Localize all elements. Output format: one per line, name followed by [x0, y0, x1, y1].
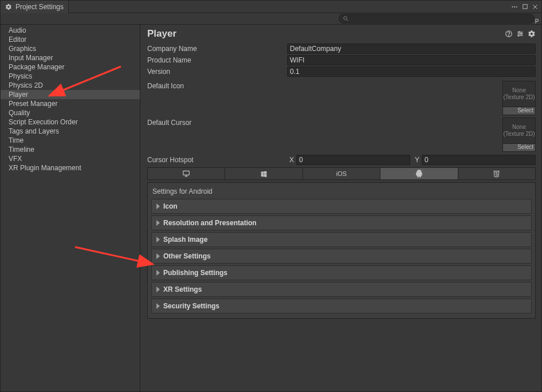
fold-icon[interactable]: Icon — [151, 199, 532, 214]
sidebar-item-editor[interactable]: Editor — [1, 35, 140, 44]
sidebar-item-graphics[interactable]: Graphics — [1, 44, 140, 53]
chevron-right-icon — [156, 220, 160, 226]
sidebar-item-tags-and-layers[interactable]: Tags and Layers — [1, 127, 140, 136]
basic-form: Company Name Product Name Version — [140, 42, 541, 79]
version-input[interactable] — [287, 66, 536, 77]
settings-sliders-icon[interactable] — [516, 30, 524, 38]
svg-point-13 — [519, 32, 520, 33]
hotspot-y-label: Y — [413, 156, 419, 164]
platform-tab-standalone[interactable] — [148, 168, 225, 179]
svg-point-6 — [344, 17, 347, 19]
fold-icon-label: Icon — [163, 202, 178, 210]
svg-point-0 — [512, 6, 513, 7]
platform-tab-webgl[interactable] — [458, 168, 535, 179]
product-name-input[interactable] — [287, 55, 536, 65]
fold-resolution-and-presentation[interactable]: Resolution and Presentation — [151, 215, 532, 230]
sidebar-item-timeline[interactable]: Timeline — [1, 145, 140, 154]
search-icon — [343, 15, 349, 22]
sidebar-item-package-manager[interactable]: Package Manager — [1, 62, 140, 72]
sidebar-item-vfx[interactable]: VFX — [1, 154, 140, 163]
sidebar-item-script-execution-order[interactable]: Script Execution Order — [1, 117, 140, 127]
default-icon-select-button[interactable]: Select — [502, 107, 536, 115]
fold-resolution-label: Resolution and Presentation — [163, 219, 257, 227]
sidebar-item-xr-plugin-management[interactable]: XR Plugin Management — [1, 163, 140, 173]
sidebar-item-quality[interactable]: Quality — [1, 108, 140, 117]
sidebar-item-audio[interactable]: Audio — [1, 26, 140, 35]
sidebar-item-player[interactable]: Player — [1, 90, 140, 99]
sidebar-item-physics[interactable]: Physics — [1, 72, 140, 81]
player-settings-content: Player Company Name — [140, 25, 541, 391]
fold-publishing-label: Publishing Settings — [163, 269, 227, 277]
fold-publishing-settings[interactable]: Publishing Settings — [151, 265, 532, 280]
default-icon-dropzone[interactable]: None (Texture 2D) — [502, 81, 536, 107]
settings-category-sidebar: Audio Editor Graphics Input Manager Pack… — [1, 25, 140, 391]
kebab-menu-icon[interactable] — [510, 3, 519, 11]
sidebar-item-input-manager[interactable]: Input Manager — [1, 53, 140, 62]
svg-point-19 — [418, 171, 418, 171]
page-title: Player — [147, 28, 176, 40]
gear-icon — [5, 3, 12, 10]
ios-label: iOS — [336, 170, 347, 177]
svg-point-1 — [514, 6, 515, 7]
svg-point-9 — [509, 36, 509, 36]
default-cursor-placeholder-1: None — [512, 124, 526, 131]
titlebar-controls — [510, 3, 541, 11]
window-tab-project-settings[interactable]: Project Settings — [1, 1, 69, 13]
gear-icon[interactable] — [528, 30, 536, 38]
search-field-wrap[interactable] — [339, 14, 535, 23]
hotspot-x-input[interactable] — [296, 155, 410, 165]
company-name-label: Company Name — [147, 45, 287, 53]
sidebar-item-time[interactable]: Time — [1, 136, 140, 145]
monitor-icon — [182, 170, 191, 178]
default-cursor-dropzone[interactable]: None (Texture 2D) — [502, 117, 536, 144]
default-icon-label: Default Icon — [147, 81, 287, 115]
default-cursor-placeholder-2: (Texture 2D) — [503, 131, 535, 138]
header-icons — [505, 30, 536, 38]
search-input[interactable] — [351, 15, 531, 22]
product-name-row: Product Name — [147, 54, 536, 66]
cursor-hotspot-label: Cursor Hotspot — [147, 156, 287, 164]
chevron-right-icon — [156, 203, 160, 209]
svg-rect-16 — [183, 171, 190, 175]
chevron-right-icon — [156, 287, 160, 292]
company-name-input[interactable] — [287, 44, 536, 54]
chevron-right-icon — [156, 303, 160, 309]
android-settings-panel: Settings for Android Icon Resolution and… — [147, 182, 536, 319]
fold-splash-label: Splash Image — [163, 236, 207, 244]
body: Audio Editor Graphics Input Manager Pack… — [1, 25, 541, 391]
fold-security-settings[interactable]: Security Settings — [151, 299, 532, 313]
html5-icon — [493, 170, 500, 178]
fold-other-settings[interactable]: Other Settings — [151, 249, 532, 264]
product-name-label: Product Name — [147, 56, 287, 64]
maximize-icon[interactable] — [521, 3, 529, 11]
default-icon-row: Default Icon None (Texture 2D) Select — [140, 79, 541, 115]
platform-tab-android[interactable] — [380, 168, 458, 179]
titlebar: Project Settings — [1, 1, 541, 13]
hotspot-y-input[interactable] — [422, 155, 536, 165]
chevron-right-icon — [156, 270, 160, 276]
platform-tab-windows[interactable] — [225, 168, 303, 179]
cursor-hotspot-row: Cursor Hotspot X Y — [140, 154, 541, 166]
platform-tab-ios[interactable]: iOS — [303, 168, 380, 179]
default-cursor-select-button[interactable]: Select — [502, 144, 536, 152]
searchbar-row: P — [1, 13, 541, 25]
fold-xr-settings[interactable]: XR Settings — [151, 282, 532, 297]
svg-rect-3 — [523, 5, 527, 9]
svg-line-7 — [347, 19, 348, 21]
default-icon-placeholder-1: None — [512, 87, 526, 94]
hotspot-x-label: X — [287, 156, 294, 164]
content-header: Player — [140, 25, 541, 42]
fold-xr-label: XR Settings — [163, 285, 202, 293]
chevron-right-icon — [156, 237, 160, 242]
project-settings-window: Project Settings P Audio Editor Graphics — [0, 0, 542, 392]
company-name-row: Company Name — [147, 43, 536, 54]
fold-splash-image[interactable]: Splash Image — [151, 232, 532, 247]
default-cursor-row: Default Cursor None (Texture 2D) Select — [140, 115, 541, 152]
help-icon[interactable] — [505, 30, 513, 38]
sidebar-item-preset-manager[interactable]: Preset Manager — [1, 99, 140, 108]
close-icon[interactable] — [531, 3, 539, 11]
right-edge-letter: P — [535, 13, 539, 25]
version-label: Version — [147, 68, 287, 76]
fold-security-label: Security Settings — [163, 302, 219, 310]
sidebar-item-physics-2d[interactable]: Physics 2D — [1, 81, 140, 90]
